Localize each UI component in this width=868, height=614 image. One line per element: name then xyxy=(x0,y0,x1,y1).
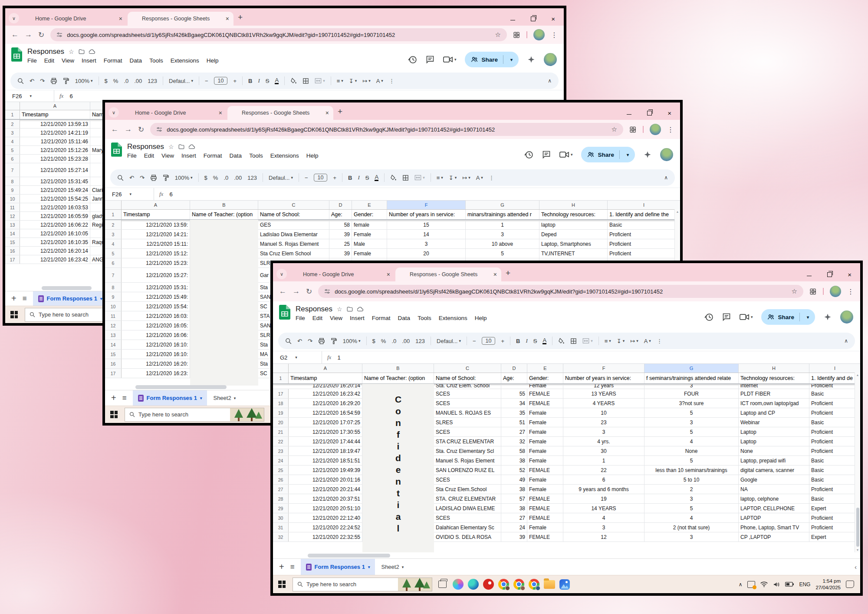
select-all-corner[interactable] xyxy=(5,102,20,110)
cell[interactable]: Basic xyxy=(809,418,860,427)
cell[interactable]: 51 xyxy=(501,418,527,427)
cell[interactable]: 1 xyxy=(466,220,539,229)
cell[interactable]: FEMALE xyxy=(527,532,563,541)
cell[interactable]: 12 years xyxy=(563,384,644,389)
decrease-decimals-button[interactable]: .0 xyxy=(124,78,128,84)
cell[interactable]: 12/21/2020 15:12: xyxy=(122,249,190,258)
cell[interactable]: 3 xyxy=(644,418,739,427)
print-icon[interactable] xyxy=(50,78,57,84)
menu-item[interactable]: Insert xyxy=(82,57,96,64)
font-select[interactable]: Defaul...▾ xyxy=(169,78,193,84)
cell[interactable]: female xyxy=(352,220,387,229)
cell[interactable]: Proficient xyxy=(608,249,680,258)
cell[interactable]: SCES xyxy=(434,427,501,436)
menu-item[interactable]: Tools xyxy=(249,152,263,159)
cell[interactable]: Laptop and CP xyxy=(739,408,809,417)
cell[interactable]: Technology resources: xyxy=(539,210,608,219)
tab-close-icon[interactable]: × xyxy=(387,271,390,278)
gemini-sparkle-icon[interactable] xyxy=(644,151,651,158)
toolbar-more-icon[interactable]: ⋮ xyxy=(389,78,395,84)
cell[interactable]: ICT room,own laptop/gad xyxy=(739,399,809,408)
vertical-align-button[interactable]: ↧▾ xyxy=(449,175,457,181)
row-number[interactable]: 26 xyxy=(273,475,289,484)
cell[interactable]: 5 xyxy=(644,408,739,417)
row-number[interactable]: 4 xyxy=(105,239,122,248)
cell[interactable]: 3?not sure xyxy=(644,399,739,408)
browser-tab[interactable]: Responses - Google Sheets × xyxy=(227,106,333,120)
row-number[interactable]: 31 xyxy=(273,523,289,532)
cell[interactable]: Age: xyxy=(501,373,527,383)
increase-decimals-button[interactable]: .00 xyxy=(134,78,142,84)
row-number[interactable]: 19 xyxy=(273,408,289,417)
cell[interactable]: 30 xyxy=(563,446,644,456)
cell[interactable]: 49 xyxy=(501,475,527,484)
cell[interactable]: 12/21/2020 16:54:59 xyxy=(289,408,362,417)
cell[interactable]: 1. Identify and define the xyxy=(608,210,680,219)
format-currency-button[interactable]: $ xyxy=(105,78,108,84)
cell[interactable]: Proficient xyxy=(608,230,680,239)
table-row[interactable]: 29 12/21/2020 20:51:10 LADISLAO DIWA ELE… xyxy=(273,504,860,513)
cell[interactable]: Female xyxy=(527,384,563,389)
font-select[interactable]: Defaul...▾ xyxy=(269,175,293,181)
row-number[interactable]: 10 xyxy=(5,195,20,203)
cell[interactable]: 12/21/2020 16:05: xyxy=(122,321,190,330)
horizontal-scrollbar[interactable] xyxy=(290,554,852,558)
cloud-status-icon[interactable] xyxy=(189,144,195,149)
star-doc-icon[interactable]: ☆ xyxy=(168,143,174,150)
cell[interactable]: 12/21/2020 15:31: xyxy=(122,283,190,292)
format-currency-button[interactable]: $ xyxy=(372,338,375,344)
row-number[interactable]: 8 xyxy=(105,283,122,292)
doc-title[interactable]: Responses xyxy=(27,47,64,56)
cell[interactable]: Name of School: xyxy=(434,373,501,383)
address-input[interactable]: docs.google.com/spreadsheets/d/1ly6SjRsf… xyxy=(150,123,623,136)
table-row[interactable]: 17 12/21/2020 16:23:42 SCES 55 FEMALE 13… xyxy=(273,389,860,399)
column-header[interactable]: I xyxy=(608,201,680,209)
cell[interactable]: SAN LORENZO RUIZ EL xyxy=(434,465,501,475)
formula-input[interactable]: 6 xyxy=(69,93,72,99)
menu-item[interactable]: View xyxy=(62,57,74,64)
font-size-increase[interactable]: + xyxy=(333,175,336,181)
doc-title[interactable]: Responses xyxy=(127,142,164,151)
cell[interactable]: Dalahican Elementary Sc xyxy=(434,523,501,532)
italic-button[interactable]: I xyxy=(258,77,260,84)
browser-menu-icon[interactable]: ⋮ xyxy=(667,125,674,134)
red-app-icon[interactable] xyxy=(483,579,494,590)
cell[interactable]: SCES xyxy=(434,399,501,408)
sheet-tab-form-responses[interactable]: Form Responses 1▾ xyxy=(33,291,108,306)
row-number[interactable]: 14 xyxy=(105,340,122,349)
copilot-icon[interactable] xyxy=(453,579,464,590)
bookmark-star-icon[interactable]: ☆ xyxy=(792,287,797,295)
task-view-icon[interactable] xyxy=(438,581,447,588)
text-rotate-button[interactable]: A▾ xyxy=(476,175,483,181)
cell[interactable]: 38 xyxy=(501,504,527,513)
cell[interactable]: Female xyxy=(527,523,563,532)
column-header[interactable]: G xyxy=(644,364,739,373)
row-number[interactable]: 11 xyxy=(105,311,122,320)
table-row[interactable]: 27 12/21/2020 20:21:44 Sta Cruz Elem.Sch… xyxy=(273,485,860,494)
star-doc-icon[interactable]: ☆ xyxy=(69,48,74,55)
cell[interactable]: 12/21/2020 14:21:19 xyxy=(20,129,90,137)
italic-button[interactable]: I xyxy=(358,174,359,181)
cell[interactable]: 12/21/2020 20:37:51 xyxy=(289,494,362,503)
row-number[interactable]: 20 xyxy=(273,418,289,427)
reload-icon[interactable]: ↻ xyxy=(138,125,144,134)
font-size-increase[interactable]: + xyxy=(501,338,504,344)
cell[interactable]: 12/21/2020 19:49:39 xyxy=(289,465,362,475)
cell[interactable]: Basic xyxy=(809,456,860,465)
cell[interactable]: 19 xyxy=(563,494,644,503)
cell[interactable]: 3 xyxy=(387,239,466,248)
row-number[interactable]: 5 xyxy=(5,146,20,154)
paint-format-icon[interactable] xyxy=(331,338,337,344)
column-header[interactable]: A xyxy=(289,364,362,373)
number-format-button[interactable]: 123 xyxy=(247,175,257,181)
cell[interactable]: 5 xyxy=(644,504,739,513)
cell[interactable]: 12/21/2020 16:23: xyxy=(122,369,190,378)
cell[interactable]: Laptop xyxy=(739,427,809,436)
battery-icon[interactable] xyxy=(785,582,794,587)
menu-item[interactable]: Help xyxy=(475,315,487,321)
collapse-toolbar-icon[interactable]: ∧ xyxy=(548,78,552,84)
cell[interactable]: SCES xyxy=(434,475,501,484)
doc-title[interactable]: Responses xyxy=(296,305,332,314)
restore-button[interactable] xyxy=(647,111,652,116)
sheet-tab-form-responses[interactable]: Form Responses 1▾ xyxy=(133,390,207,406)
